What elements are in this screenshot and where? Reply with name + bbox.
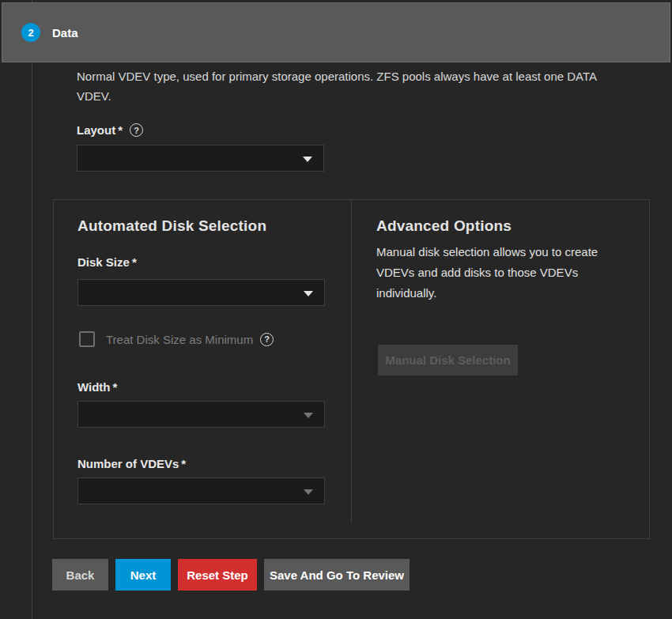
advanced-options-description: Manual disk selection allows you to crea… (376, 242, 613, 304)
width-label: Width (77, 380, 111, 394)
reset-step-button[interactable]: Reset Step (178, 559, 257, 591)
back-button[interactable]: Back (52, 559, 108, 591)
layout-select[interactable] (77, 145, 324, 172)
width-select[interactable] (77, 401, 325, 428)
advanced-options-title: Advanced Options (376, 217, 512, 235)
step-number-badge: 2 (21, 23, 40, 42)
disk-size-label: Disk Size (77, 255, 130, 269)
disk-size-select[interactable] (77, 279, 325, 306)
manual-disk-selection-button[interactable]: Manual Disk Selection (378, 345, 518, 376)
treat-disk-size-minimum-help-icon[interactable]: ? (260, 333, 274, 346)
data-vdev-description: Normal VDEV type, used for primary stora… (77, 66, 611, 106)
chevron-down-icon (303, 157, 312, 162)
chevron-down-icon (304, 489, 313, 495)
treat-disk-size-minimum-label: Treat Disk Size as Minimum (106, 333, 253, 346)
required-asterisk: * (118, 123, 123, 137)
save-and-go-to-review-button[interactable]: Save And Go To Review (264, 559, 410, 591)
chevron-down-icon (304, 291, 313, 296)
stepper-connector-line (32, 0, 32, 619)
column-divider (351, 200, 352, 523)
disk-size-label-row: Disk Size * (77, 255, 137, 269)
required-asterisk: * (132, 255, 137, 269)
layout-label: Layout (77, 123, 115, 137)
number-of-vdevs-label: Number of VDEVs (77, 457, 179, 470)
required-asterisk: * (113, 380, 118, 394)
chevron-down-icon (304, 413, 313, 418)
layout-label-row: Layout * ? (77, 123, 143, 137)
required-asterisk: * (181, 457, 186, 470)
step-header-data[interactable]: 2 Data (2, 2, 670, 62)
number-of-vdevs-select[interactable] (77, 477, 325, 504)
automated-disk-selection-title: Automated Disk Selection (77, 217, 266, 235)
treat-disk-size-minimum-checkbox[interactable] (79, 331, 95, 347)
step-action-buttons: Back Next Reset Step Save And Go To Revi… (52, 559, 410, 591)
width-label-row: Width * (77, 380, 117, 394)
disk-selection-panel: Automated Disk Selection Disk Size * Tre… (53, 199, 650, 539)
step-title: Data (52, 26, 78, 40)
next-button[interactable]: Next (115, 559, 171, 591)
number-of-vdevs-label-row: Number of VDEVs * (77, 457, 186, 470)
treat-disk-size-minimum-row: Treat Disk Size as Minimum ? (79, 331, 274, 347)
layout-help-icon[interactable]: ? (130, 123, 143, 137)
